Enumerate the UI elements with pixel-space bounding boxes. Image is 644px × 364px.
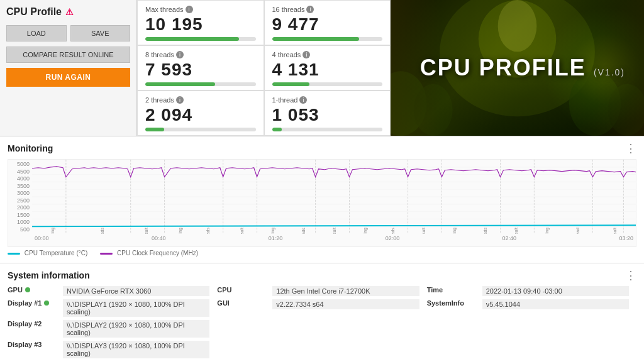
score-cell-5: 1-thread i 1 053 [264,91,391,136]
score-cell-4: 2 threads i 2 094 [137,91,264,136]
svg-text:1 thread: 1 thread [575,228,580,234]
score-bar-fill [272,128,282,131]
score-value: 2 094 [145,105,256,125]
score-bar [145,128,256,131]
display3-value: \\.\DISPLAY3 (1920 × 1080, 100% DPI scal… [63,341,209,358]
info-icon[interactable]: i [299,96,307,104]
hero-version: (V1.0) [594,67,625,77]
svg-text:Saving result: Saving result [332,228,337,234]
warning-icon: ⚠ [65,7,74,17]
score-label: 4 threads i [272,51,383,58]
score-label: 2 threads i [145,96,256,104]
svg-text:Loading: Loading [452,228,457,234]
score-bar-fill [145,128,164,131]
svg-text:Loading: Loading [50,228,55,234]
display1-status-dot [44,301,49,306]
info-icon[interactable]: i [176,96,184,104]
y-axis-label: 2500 [8,197,30,204]
score-value: 9 477 [272,14,383,35]
svg-text:Saving result: Saving result [240,228,245,234]
x-axis-label: 02:40 [502,235,517,245]
monitoring-section: Monitoring ⋮ 500045004000350030002500200… [0,136,644,263]
score-label: 8 threads i [145,51,256,58]
svg-text:8 threads: 8 threads [301,228,306,234]
score-cell-1: 16 threads i 9 477 [264,0,391,45]
cpu-label: CPU [217,286,267,294]
sysinfo-title: System information [8,270,90,280]
sysinfo-section: System information ⋮ GPU NVIDIA GeForce … [0,263,644,364]
chart-y-axis: 500045004000350030002500200015001000500 [8,160,32,234]
gpu-status-dot [25,287,30,292]
load-button[interactable]: LOAD [6,25,67,41]
y-axis-label: 4500 [8,168,30,175]
score-label: 1-thread i [272,96,383,104]
y-axis-label: 2000 [8,204,30,211]
svg-text:2 threads: 2 threads [483,228,487,234]
score-bar [145,82,256,86]
score-cell-3: 4 threads i 4 131 [264,45,391,91]
score-value: 4 131 [272,60,383,80]
display2-label: Display #2 [8,320,58,328]
chart-x-axis: 00:0000:4001:2002:0002:4003:20 [32,234,636,246]
svg-text:Loading: Loading [545,228,550,234]
svg-line-34 [32,225,636,226]
y-axis-label: 1500 [8,212,30,218]
sysinfo-row: GUI v2.22.7334 s64 [217,299,419,309]
svg-text:16 threads: 16 threads [206,228,210,234]
title-text: CPU Profile [6,6,62,18]
gpu-label: GPU [8,286,58,294]
y-axis-label: 3000 [8,190,30,196]
svg-text:Saving result: Saving result [421,228,426,234]
display1-value: \\.\DISPLAY1 (1920 × 1080, 100% DPI scal… [63,299,209,317]
run-again-button[interactable]: RUN AGAIN [6,68,130,87]
info-icon[interactable]: i [186,6,193,13]
score-bar-fill [272,82,310,86]
display3-label: Display #3 [8,341,58,348]
save-button[interactable]: SAVE [70,25,131,41]
temp-legend-color [8,253,20,255]
compare-button[interactable]: COMPARE RESULT ONLINE [6,47,130,63]
svg-text:Loading: Loading [178,228,183,234]
sysinfo-row: Display #1 \\.\DISPLAY1 (1920 × 1080, 10… [8,299,209,317]
y-axis-label: 5000 [8,161,30,167]
chart-legend: CPU Temperature (°C) CPU Clock Frequency… [8,250,636,256]
sysinfo-row: GPU NVIDIA GeForce RTX 3060 [8,286,209,296]
score-bar-fill [145,82,215,86]
svg-text:Saving result: Saving result [613,228,618,234]
sysinfo-col-2: CPU 12th Gen Intel Core i7-12700K GUI v2… [217,286,426,361]
chart-svg: Loading Max threads Saving result Loadin… [32,160,636,234]
info-icon[interactable]: i [306,6,314,13]
x-axis-label: 02:00 [386,235,400,245]
display1-label: Display #1 [8,299,58,307]
score-bar [272,82,383,86]
sysinfo-col-3: Time 2022-01-13 09:40 -03:00 SystemInfo … [427,286,636,361]
svg-text:Max threads: Max threads [100,228,104,234]
sysinfo-row: Display #2 \\.\DISPLAY2 (1920 × 1080, 10… [8,320,209,338]
y-axis-label: 3500 [8,183,30,189]
chart-main: Loading Max threads Saving result Loadin… [32,160,636,234]
score-cell-0: Max threads i 10 195 [137,0,264,45]
score-value: 7 593 [145,60,256,80]
x-axis-label: 00:40 [152,235,166,245]
sysinfo-grid: GPU NVIDIA GeForce RTX 3060 Display #1 \… [8,286,636,361]
freq-legend-label: CPU Clock Frequency (MHz) [117,250,198,256]
score-value: 10 195 [145,14,256,35]
cpu-value: 12th Gen Intel Core i7-12700K [272,286,419,296]
info-icon[interactable]: i [176,51,184,58]
score-bar-fill [145,37,239,41]
sysinfo-col-1: GPU NVIDIA GeForce RTX 3060 Display #1 \… [8,286,217,361]
monitoring-menu-button[interactable]: ⋮ [625,143,636,154]
sysinfo-menu-button[interactable]: ⋮ [625,270,636,281]
score-cell-2: 8 threads i 7 593 [137,45,264,91]
svg-text:Saving result: Saving result [144,228,149,234]
y-axis-label: 1000 [8,219,30,225]
score-label: 16 threads i [272,6,383,13]
score-value: 1 053 [272,105,383,125]
info-icon[interactable]: i [303,51,310,58]
time-label: Time [427,286,477,294]
score-bar [272,128,383,131]
svg-text:4 threads: 4 threads [391,228,395,234]
sysinfo-row: SystemInfo v5.45.1044 [427,299,629,309]
temp-legend-label: CPU Temperature (°C) [25,250,88,256]
svg-text:Saving result: Saving result [514,228,519,234]
